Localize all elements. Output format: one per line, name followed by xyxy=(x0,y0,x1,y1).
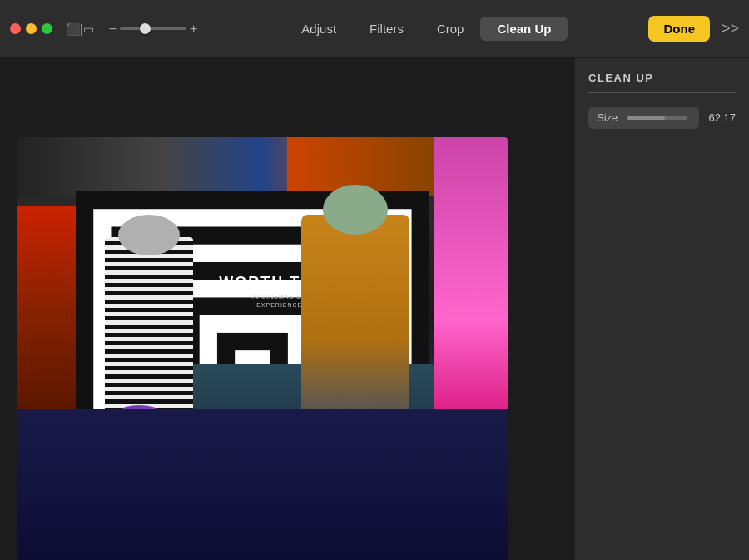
photo-area[interactable]: WORTH THE WAIT. IN CINEMAS SEPTEMBER 6 E… xyxy=(0,58,574,560)
close-button[interactable] xyxy=(10,23,21,34)
size-value: 62.17 xyxy=(706,112,736,124)
figure-yellow-head xyxy=(323,185,388,235)
toolbar: ⬛|▭ − + Adjust Filters Crop Clean Up Don… xyxy=(0,0,749,58)
zoom-thumb xyxy=(140,23,151,34)
scene-floor xyxy=(17,409,508,560)
figure-striped-head xyxy=(118,215,180,255)
side-panel-title: CLEAN UP xyxy=(588,72,736,84)
zoom-out-button[interactable]: − xyxy=(109,22,117,37)
zoom-control: − + xyxy=(109,22,198,37)
nav-tabs: Adjust Filters Crop Clean Up xyxy=(216,17,637,41)
traffic-lights xyxy=(10,23,52,34)
tab-crop[interactable]: Crop xyxy=(420,17,481,41)
size-slider-row: Size 62.17 xyxy=(588,107,736,129)
side-panel: CLEAN UP Size 62.17 xyxy=(574,58,749,560)
size-slider-track[interactable] xyxy=(627,116,687,120)
window-mode-icon[interactable]: ⬛|▭ xyxy=(66,22,94,36)
side-panel-divider xyxy=(588,92,736,93)
tab-filters[interactable]: Filters xyxy=(353,17,420,41)
main-content: WORTH THE WAIT. IN CINEMAS SEPTEMBER 6 E… xyxy=(0,58,749,560)
tab-adjust[interactable]: Adjust xyxy=(285,17,353,41)
photo-canvas: WORTH THE WAIT. IN CINEMAS SEPTEMBER 6 E… xyxy=(0,58,574,560)
more-button[interactable]: >> xyxy=(722,20,739,37)
done-button[interactable]: Done xyxy=(648,16,710,42)
size-label: Size xyxy=(597,112,618,124)
zoom-in-button[interactable]: + xyxy=(190,22,197,37)
size-slider-fill xyxy=(627,116,664,120)
window-controls: ⬛|▭ xyxy=(66,22,94,36)
photo-image: WORTH THE WAIT. IN CINEMAS SEPTEMBER 6 E… xyxy=(17,137,508,560)
zoom-slider[interactable] xyxy=(120,27,186,30)
minimize-button[interactable] xyxy=(26,23,37,34)
tab-cleanup[interactable]: Clean Up xyxy=(480,17,568,41)
fullscreen-button[interactable] xyxy=(42,23,52,34)
size-slider-container: Size xyxy=(588,107,699,129)
